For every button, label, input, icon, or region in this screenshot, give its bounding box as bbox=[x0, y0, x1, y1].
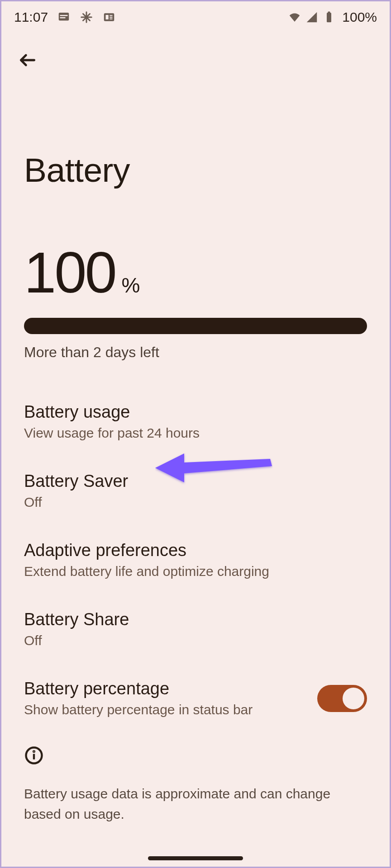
battery-level-row: 100 % bbox=[24, 244, 367, 302]
title-area: Battery bbox=[1, 74, 390, 189]
photos-sync-icon bbox=[80, 10, 93, 24]
battery-level-unit: % bbox=[122, 273, 140, 297]
setting-title: Battery Share bbox=[24, 610, 367, 629]
status-right: 100% bbox=[288, 9, 377, 25]
battery-icon bbox=[322, 10, 336, 24]
gesture-nav-bar[interactable] bbox=[148, 856, 243, 860]
setting-title: Adaptive preferences bbox=[24, 541, 367, 560]
setting-battery-saver[interactable]: Battery Saver Off bbox=[24, 457, 367, 526]
info-section: Battery usage data is approximate and ca… bbox=[1, 734, 390, 824]
setting-adaptive-preferences[interactable]: Adaptive preferences Extend battery life… bbox=[24, 526, 367, 595]
messages-icon bbox=[57, 10, 71, 24]
toggle-knob bbox=[343, 688, 364, 709]
setting-battery-usage[interactable]: Battery usage View usage for past 24 hou… bbox=[24, 388, 367, 457]
info-text: Battery usage data is approximate and ca… bbox=[24, 783, 367, 824]
setting-subtitle: Show battery percentage in status bar bbox=[24, 702, 308, 717]
status-bar: 11:07 100% bbox=[1, 1, 390, 33]
setting-battery-share[interactable]: Battery Share Off bbox=[24, 595, 367, 665]
svg-rect-3 bbox=[327, 13, 331, 22]
status-battery-percent: 100% bbox=[342, 9, 377, 25]
setting-subtitle: Extend battery life and optimize chargin… bbox=[24, 564, 367, 579]
battery-level-section: 100 % More than 2 days left bbox=[1, 189, 390, 361]
arrow-left-icon bbox=[18, 50, 38, 70]
battery-settings-screen: 11:07 100% bbox=[0, 0, 391, 868]
setting-title: Battery Saver bbox=[24, 472, 367, 491]
setting-title: Battery percentage bbox=[24, 679, 308, 698]
status-left: 11:07 bbox=[14, 9, 116, 25]
setting-subtitle: Off bbox=[24, 633, 367, 648]
info-icon bbox=[24, 745, 44, 765]
svg-rect-0 bbox=[59, 13, 69, 21]
battery-level-value: 100 bbox=[24, 244, 115, 302]
battery-progress-bar bbox=[24, 318, 367, 334]
setting-battery-percentage[interactable]: Battery percentage Show battery percenta… bbox=[24, 665, 367, 734]
settings-list: Battery usage View usage for past 24 hou… bbox=[1, 361, 390, 734]
cellular-icon bbox=[305, 10, 319, 24]
app-bar bbox=[1, 33, 390, 74]
svg-rect-4 bbox=[328, 12, 330, 14]
page-title: Battery bbox=[24, 151, 367, 189]
status-time: 11:07 bbox=[14, 9, 48, 25]
back-button[interactable] bbox=[14, 47, 41, 74]
svg-point-7 bbox=[33, 751, 34, 752]
battery-estimate: More than 2 days left bbox=[24, 344, 367, 361]
battery-percentage-toggle[interactable] bbox=[317, 685, 367, 712]
svg-rect-1 bbox=[104, 13, 114, 21]
svg-rect-2 bbox=[106, 15, 109, 19]
setting-subtitle: Off bbox=[24, 495, 367, 510]
news-icon bbox=[102, 10, 116, 24]
setting-title: Battery usage bbox=[24, 402, 367, 422]
setting-subtitle: View usage for past 24 hours bbox=[24, 425, 367, 441]
wifi-icon bbox=[288, 10, 301, 24]
